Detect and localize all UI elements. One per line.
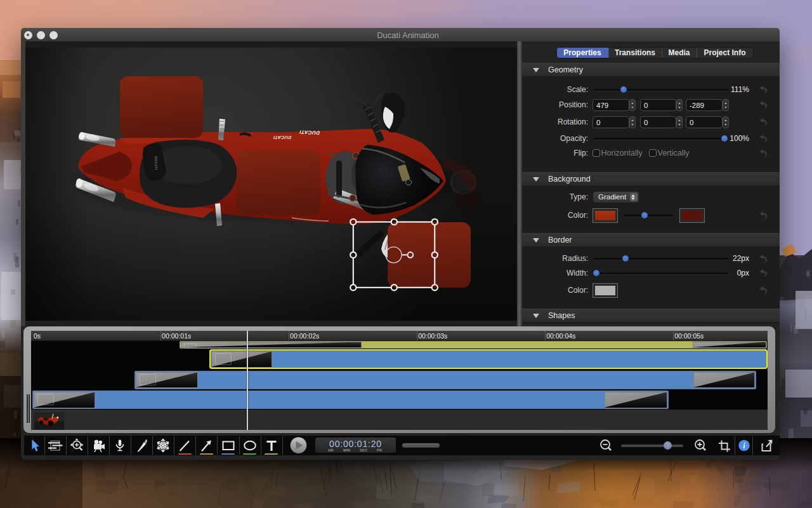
svg-text:DUCATI: DUCATI — [154, 156, 158, 170]
svg-text:DUCATI: DUCATI — [273, 135, 291, 140]
svg-text:i: i — [743, 441, 745, 450]
svg-text:DUCATI: DUCATI — [299, 129, 320, 136]
